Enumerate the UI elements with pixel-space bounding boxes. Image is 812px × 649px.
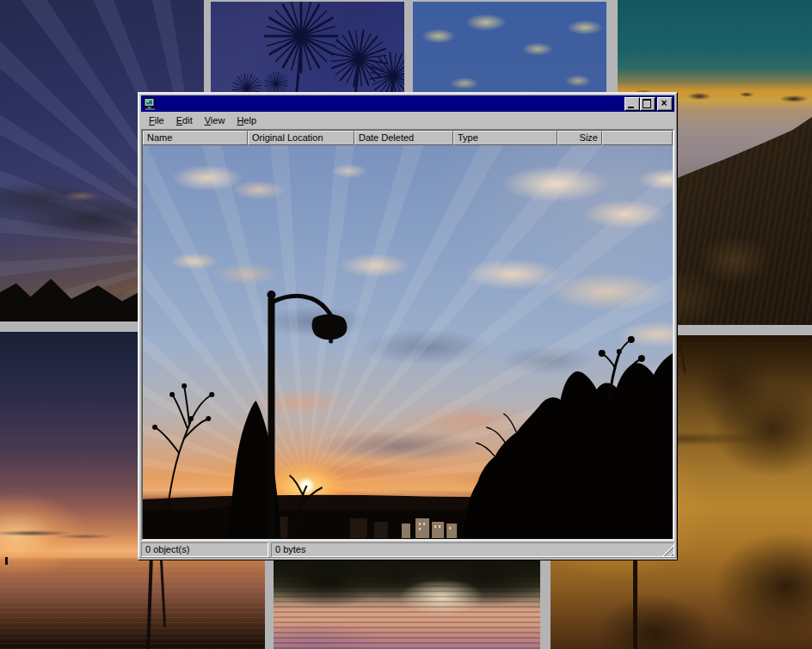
file-list-view[interactable]: Name Original Location Date Deleted Type…	[141, 129, 674, 541]
column-header-size[interactable]: Size	[557, 131, 602, 145]
menu-edit[interactable]: Edit	[170, 113, 199, 127]
column-header-filler	[602, 131, 673, 145]
menu-bar: File Edit View Help	[141, 112, 674, 129]
status-object-count: 0 object(s)	[141, 542, 268, 557]
water-ripples	[0, 560, 265, 649]
status-bar: 0 object(s) 0 bytes	[141, 542, 674, 557]
menu-file[interactable]: File	[143, 113, 170, 127]
status-total-size: 0 bytes	[271, 542, 674, 557]
column-header-row: Name Original Location Date Deleted Type…	[143, 131, 673, 145]
sunset-streetlamp-photo[interactable]	[143, 145, 673, 539]
branch-silhouette	[679, 337, 686, 373]
pole-silhouette	[5, 557, 8, 565]
column-header-type[interactable]: Type	[453, 131, 557, 145]
maximize-button[interactable]	[640, 97, 655, 111]
title-bar[interactable]: ×	[141, 95, 674, 112]
water-ripples	[274, 560, 540, 649]
minimize-button[interactable]	[624, 97, 640, 111]
column-header-original-location[interactable]: Original Location	[248, 131, 354, 145]
close-icon: ×	[658, 97, 670, 109]
recycle-bin-window: × File Edit View Help Name Original Loca…	[138, 92, 678, 560]
silhouette-layer	[143, 145, 673, 539]
close-button[interactable]: ×	[657, 97, 673, 111]
column-header-name[interactable]: Name	[143, 131, 248, 145]
computer-icon	[144, 98, 157, 110]
menu-help[interactable]: Help	[231, 113, 262, 127]
pole-silhouette	[633, 560, 637, 649]
column-header-date-deleted[interactable]: Date Deleted	[354, 131, 453, 145]
menu-view[interactable]: View	[199, 113, 231, 127]
desktop-wallpaper: × File Edit View Help Name Original Loca…	[0, 0, 812, 649]
wallpaper-photo-water-reflection	[274, 560, 540, 649]
maximize-icon	[643, 99, 651, 108]
minimize-icon	[628, 107, 634, 108]
